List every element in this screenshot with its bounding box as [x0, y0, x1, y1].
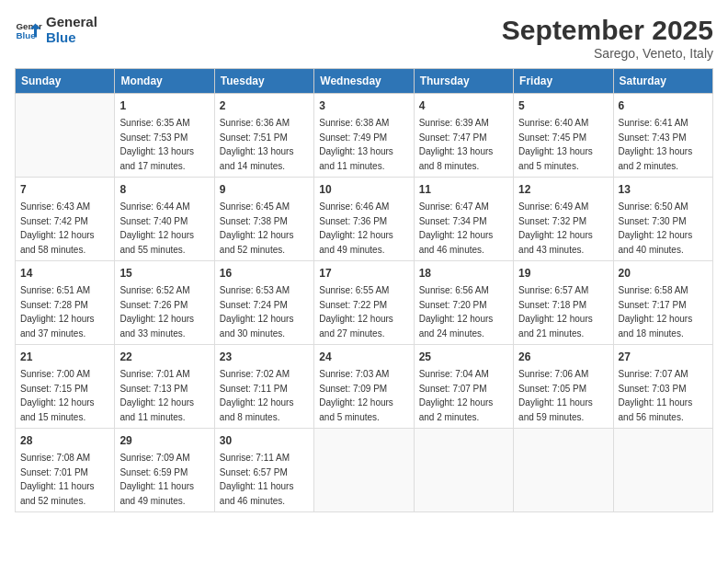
location-subtitle: Sarego, Veneto, Italy	[502, 46, 713, 61]
day-info: Sunrise: 7:09 AMSunset: 6:59 PMDaylight:…	[119, 451, 209, 508]
calendar-cell: 7Sunrise: 6:43 AMSunset: 7:42 PMDaylight…	[16, 178, 115, 261]
day-info: Sunrise: 7:02 AMSunset: 7:11 PMDaylight:…	[220, 367, 309, 424]
day-info: Sunrise: 7:11 AMSunset: 6:57 PMDaylight:…	[220, 451, 309, 508]
day-number: 21	[20, 349, 109, 365]
day-number: 7	[20, 181, 109, 198]
day-number: 12	[518, 181, 608, 198]
calendar-cell: 6Sunrise: 6:41 AMSunset: 7:43 PMDaylight…	[613, 94, 712, 178]
weekday-header-tuesday: Tuesday	[214, 69, 313, 94]
calendar-cell: 14Sunrise: 6:51 AMSunset: 7:28 PMDayligh…	[16, 261, 115, 345]
svg-text:Blue: Blue	[17, 30, 37, 40]
day-info: Sunrise: 7:07 AMSunset: 7:03 PMDaylight:…	[619, 367, 708, 424]
day-info: Sunrise: 6:36 AMSunset: 7:51 PMDaylight:…	[220, 116, 309, 173]
day-number: 1	[119, 98, 209, 114]
day-info: Sunrise: 6:46 AMSunset: 7:36 PMDaylight:…	[319, 200, 408, 257]
calendar-cell: 20Sunrise: 6:58 AMSunset: 7:17 PMDayligh…	[613, 261, 712, 345]
calendar-cell: 12Sunrise: 6:49 AMSunset: 7:32 PMDayligh…	[514, 178, 613, 261]
calendar-table: SundayMondayTuesdayWednesdayThursdayFrid…	[15, 68, 713, 512]
day-info: Sunrise: 6:55 AMSunset: 7:22 PMDaylight:…	[319, 283, 408, 340]
calendar-cell: 26Sunrise: 7:06 AMSunset: 7:05 PMDayligh…	[514, 345, 613, 429]
day-info: Sunrise: 6:44 AMSunset: 7:40 PMDaylight:…	[119, 200, 209, 257]
calendar-cell: 3Sunrise: 6:38 AMSunset: 7:49 PMDaylight…	[314, 94, 414, 178]
calendar-cell: 10Sunrise: 6:46 AMSunset: 7:36 PMDayligh…	[314, 178, 414, 261]
calendar-cell	[414, 429, 513, 512]
title-area: September 2025 Sarego, Veneto, Italy	[502, 15, 713, 61]
calendar-cell: 11Sunrise: 6:47 AMSunset: 7:34 PMDayligh…	[414, 178, 513, 261]
day-info: Sunrise: 7:01 AMSunset: 7:13 PMDaylight:…	[119, 367, 209, 424]
day-info: Sunrise: 6:52 AMSunset: 7:26 PMDaylight:…	[119, 283, 209, 340]
logo-icon: General Blue	[15, 17, 42, 44]
day-number: 19	[518, 265, 608, 282]
day-number: 5	[518, 98, 608, 114]
day-number: 23	[220, 349, 309, 365]
day-info: Sunrise: 6:49 AMSunset: 7:32 PMDaylight:…	[518, 200, 608, 257]
day-number: 4	[419, 98, 508, 114]
svg-text:General: General	[17, 20, 43, 30]
calendar-cell: 17Sunrise: 6:55 AMSunset: 7:22 PMDayligh…	[314, 261, 414, 345]
weekday-header-monday: Monday	[115, 69, 214, 94]
calendar-cell: 29Sunrise: 7:09 AMSunset: 6:59 PMDayligh…	[115, 429, 214, 512]
day-number: 24	[319, 349, 408, 365]
day-number: 17	[319, 265, 408, 282]
day-info: Sunrise: 6:45 AMSunset: 7:38 PMDaylight:…	[220, 200, 309, 257]
week-row-2: 7Sunrise: 6:43 AMSunset: 7:42 PMDaylight…	[16, 178, 713, 261]
day-number: 25	[419, 349, 508, 365]
day-number: 26	[518, 349, 608, 365]
day-info: Sunrise: 6:40 AMSunset: 7:45 PMDaylight:…	[518, 116, 608, 173]
day-number: 8	[119, 181, 209, 198]
logo: General Blue General Blue	[15, 15, 97, 45]
day-number: 18	[419, 265, 508, 282]
day-info: Sunrise: 6:47 AMSunset: 7:34 PMDaylight:…	[419, 200, 508, 257]
day-info: Sunrise: 7:08 AMSunset: 7:01 PMDaylight:…	[20, 451, 109, 508]
calendar-cell	[16, 94, 115, 178]
day-info: Sunrise: 6:50 AMSunset: 7:30 PMDaylight:…	[619, 200, 708, 257]
week-row-5: 28Sunrise: 7:08 AMSunset: 7:01 PMDayligh…	[16, 429, 713, 512]
calendar-cell: 18Sunrise: 6:56 AMSunset: 7:20 PMDayligh…	[414, 261, 513, 345]
calendar-cell	[613, 429, 712, 512]
calendar-cell: 21Sunrise: 7:00 AMSunset: 7:15 PMDayligh…	[16, 345, 115, 429]
day-number: 27	[619, 349, 708, 365]
day-info: Sunrise: 6:57 AMSunset: 7:18 PMDaylight:…	[518, 283, 608, 340]
page-header: General Blue General Blue September 2025…	[15, 15, 713, 61]
weekday-header-saturday: Saturday	[613, 69, 712, 94]
calendar-cell: 22Sunrise: 7:01 AMSunset: 7:13 PMDayligh…	[115, 345, 214, 429]
week-row-4: 21Sunrise: 7:00 AMSunset: 7:15 PMDayligh…	[16, 345, 713, 429]
day-number: 2	[220, 98, 309, 114]
calendar-cell: 28Sunrise: 7:08 AMSunset: 7:01 PMDayligh…	[16, 429, 115, 512]
day-info: Sunrise: 6:43 AMSunset: 7:42 PMDaylight:…	[20, 200, 109, 257]
day-number: 28	[20, 432, 109, 449]
day-number: 3	[319, 98, 408, 114]
calendar-cell	[314, 429, 414, 512]
calendar-cell: 25Sunrise: 7:04 AMSunset: 7:07 PMDayligh…	[414, 345, 513, 429]
day-info: Sunrise: 6:56 AMSunset: 7:20 PMDaylight:…	[419, 283, 508, 340]
day-info: Sunrise: 7:04 AMSunset: 7:07 PMDaylight:…	[419, 367, 508, 424]
day-number: 10	[319, 181, 408, 198]
day-number: 30	[220, 432, 309, 449]
day-info: Sunrise: 6:51 AMSunset: 7:28 PMDaylight:…	[20, 283, 109, 340]
weekday-header-thursday: Thursday	[414, 69, 513, 94]
day-number: 15	[119, 265, 209, 282]
day-number: 9	[220, 181, 309, 198]
calendar-cell: 19Sunrise: 6:57 AMSunset: 7:18 PMDayligh…	[514, 261, 613, 345]
day-number: 20	[619, 265, 708, 282]
calendar-cell: 23Sunrise: 7:02 AMSunset: 7:11 PMDayligh…	[214, 345, 313, 429]
calendar-cell: 30Sunrise: 7:11 AMSunset: 6:57 PMDayligh…	[214, 429, 313, 512]
weekday-header-friday: Friday	[514, 69, 613, 94]
calendar-cell: 16Sunrise: 6:53 AMSunset: 7:24 PMDayligh…	[214, 261, 313, 345]
weekday-header-sunday: Sunday	[16, 69, 115, 94]
day-info: Sunrise: 7:06 AMSunset: 7:05 PMDaylight:…	[518, 367, 608, 424]
calendar-cell: 1Sunrise: 6:35 AMSunset: 7:53 PMDaylight…	[115, 94, 214, 178]
week-row-3: 14Sunrise: 6:51 AMSunset: 7:28 PMDayligh…	[16, 261, 713, 345]
day-number: 13	[619, 181, 708, 198]
day-number: 16	[220, 265, 309, 282]
day-number: 6	[619, 98, 708, 114]
calendar-cell: 5Sunrise: 6:40 AMSunset: 7:45 PMDaylight…	[514, 94, 613, 178]
day-info: Sunrise: 7:00 AMSunset: 7:15 PMDaylight:…	[20, 367, 109, 424]
day-info: Sunrise: 6:53 AMSunset: 7:24 PMDaylight:…	[220, 283, 309, 340]
calendar-cell: 13Sunrise: 6:50 AMSunset: 7:30 PMDayligh…	[613, 178, 712, 261]
calendar-cell: 24Sunrise: 7:03 AMSunset: 7:09 PMDayligh…	[314, 345, 414, 429]
day-info: Sunrise: 7:03 AMSunset: 7:09 PMDaylight:…	[319, 367, 408, 424]
calendar-cell: 2Sunrise: 6:36 AMSunset: 7:51 PMDaylight…	[214, 94, 313, 178]
weekday-header-row: SundayMondayTuesdayWednesdayThursdayFrid…	[16, 69, 713, 94]
day-number: 29	[119, 432, 209, 449]
